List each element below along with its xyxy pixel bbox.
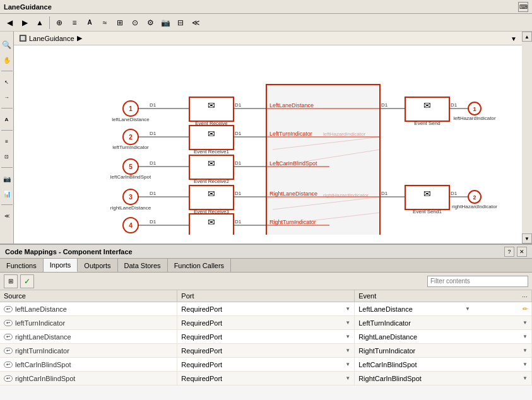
title-bar: LaneGuidance ⌨	[0, 0, 532, 14]
panel-close-button[interactable]: ✕	[517, 247, 527, 257]
source-cell-5: ↩ rightCarInBlindSpot	[0, 372, 177, 385]
panel-tabs: Functions Inports Outports Data Stores F…	[0, 259, 532, 273]
text-edit-icon[interactable]: A	[1, 114, 13, 125]
svg-text:5: 5	[129, 163, 133, 170]
camera-button[interactable]: 📷	[158, 16, 172, 30]
svg-text:Event Receive2: Event Receive2	[194, 179, 230, 184]
separator5	[1, 204, 13, 205]
svg-text:✉: ✉	[208, 217, 215, 227]
grid-button[interactable]: ⊞	[113, 16, 127, 30]
scroll-down-button[interactable]: ▼	[522, 233, 532, 244]
arrow-icon[interactable]: →	[1, 91, 13, 103]
table-header-row: Source Port Event …	[0, 290, 532, 302]
scroll-up-button[interactable]: ▲	[522, 32, 532, 42]
photo-icon[interactable]: 📷	[1, 173, 13, 184]
left-panel-icons: 🔍 ✋ ↖ → A ≡ ⊡ 📷 📊 ≪	[0, 34, 14, 226]
source-cell-3: ↩ rightTurnIndicator	[0, 344, 177, 358]
svg-text:✉: ✉	[208, 189, 215, 199]
svg-text:✉: ✉	[208, 129, 215, 139]
minus-button[interactable]: ⊟	[174, 16, 187, 30]
port-cell-2: RequiredPort ▼	[177, 330, 355, 344]
event-dropdown-3[interactable]: ▼	[523, 348, 528, 353]
svg-text:D1: D1	[235, 160, 242, 166]
port-dropdown-5[interactable]: ▼	[345, 375, 350, 381]
source-text-1: leftTurnIndicator	[15, 319, 65, 327]
grid-toolbar-button[interactable]: ⊞	[4, 274, 18, 288]
port-dropdown-4[interactable]: ▼	[345, 362, 350, 367]
panel-title: Code Mappings - Component Interface	[5, 248, 133, 256]
separator	[49, 16, 50, 29]
filter-input[interactable]	[427, 276, 528, 287]
port-dropdown-3[interactable]: ▼	[345, 348, 350, 353]
forward-button[interactable]: ▶	[18, 16, 32, 30]
up-button[interactable]: ▲	[33, 16, 47, 30]
event-dropdown-0[interactable]: ▼	[465, 306, 470, 312]
svg-text:Event Receive1: Event Receive1	[194, 149, 230, 155]
svg-text:D1: D1	[150, 191, 157, 196]
table-row: ↩ leftTurnIndicator RequiredPort ▼	[0, 316, 532, 330]
select-icon[interactable]: ↖	[1, 76, 13, 88]
main-container: ◀ ▶ ▲ ⊕ ≡ A ≈ ⊞ ⊙ ⚙ 📷 ⊟ ≪ 🔍 ✋ ↖ → A ≡	[0, 14, 532, 400]
table-body: ↩ leftLaneDistance RequiredPort ▼	[0, 302, 532, 385]
table-row: ↩ leftLaneDistance RequiredPort ▼	[0, 302, 532, 316]
event-dropdown-5[interactable]: ▼	[523, 375, 528, 381]
diagram-svg: LaneGuidanceAlgorithm 1 leftLaneDistance…	[14, 45, 522, 235]
tab-inports[interactable]: Inports	[44, 259, 78, 272]
svg-text:D1: D1	[150, 102, 157, 108]
target-button[interactable]: ⊙	[128, 16, 142, 30]
pan-icon[interactable]: ✋	[1, 54, 13, 66]
port-dropdown-1[interactable]: ▼	[345, 320, 350, 326]
breadcrumb-dropdown[interactable]: ▼	[511, 35, 517, 42]
chart-icon[interactable]: 📊	[1, 188, 13, 199]
event-dropdown-4[interactable]: ▼	[523, 362, 528, 367]
back-button[interactable]: ◀	[3, 16, 16, 30]
align-icon[interactable]: ≡	[1, 136, 13, 147]
menu-button[interactable]: ≡	[68, 16, 81, 30]
port-cell-5: RequiredPort ▼	[177, 372, 355, 385]
port-dropdown-0[interactable]: ▼	[345, 306, 350, 312]
wave-button[interactable]: ≈	[98, 16, 112, 30]
col-header-port: Port	[177, 290, 355, 302]
edit-icon-0[interactable]: ✏	[523, 305, 528, 312]
port-dropdown-2[interactable]: ▼	[345, 334, 350, 339]
source-text-0: leftLaneDistance	[15, 305, 67, 313]
breadcrumb-controls: ▼	[511, 35, 517, 42]
source-cell-2: ↩ rightLaneDistance	[0, 330, 177, 344]
event-cell-2: RightLaneDistance ▼	[355, 330, 532, 344]
table-row: ↩ rightCarInBlindSpot RequiredPort ▼	[0, 372, 532, 385]
tab-functions[interactable]: Functions	[0, 259, 44, 272]
source-text-5: rightCarInBlindSpot	[15, 375, 75, 382]
source-icon-3: ↩	[4, 348, 13, 354]
scroll-track[interactable]	[522, 42, 532, 233]
event-dropdown-2[interactable]: ▼	[523, 334, 528, 339]
search-icon[interactable]: 🔍	[1, 39, 13, 50]
bottom-panel: Code Mappings - Component Interface ? ✕ …	[0, 244, 532, 400]
tab-data-stores[interactable]: Data Stores	[118, 259, 168, 272]
panel-toolbar: ⊞ ✓	[0, 273, 532, 290]
svg-text:rightTurnIndicator: rightTurnIndicator	[111, 233, 151, 235]
tab-outports[interactable]: Outports	[78, 259, 117, 272]
settings-button[interactable]: ⚙	[143, 16, 157, 30]
table-row: ↩ rightTurnIndicator RequiredPort ▼	[0, 344, 532, 358]
source-cell-0: ↩ leftLaneDistance	[0, 302, 177, 316]
source-cell-1: ↩ leftTurnIndicator	[0, 316, 177, 330]
tab-function-callers[interactable]: Function Callers	[168, 259, 231, 272]
expand-left-icon[interactable]: ≪	[1, 210, 13, 221]
svg-text:✉: ✉	[423, 189, 431, 199]
source-text-2: rightLaneDistance	[15, 333, 71, 341]
panel-help-button[interactable]: ?	[504, 247, 514, 257]
output-label-2: LeftTurnIndicator	[269, 131, 312, 137]
text-button[interactable]: A	[83, 16, 97, 30]
check-toolbar-button[interactable]: ✓	[20, 274, 34, 288]
breadcrumb-text: LaneGuidance	[29, 35, 74, 42]
distribute-icon[interactable]: ⊡	[1, 151, 13, 162]
right-scrollbar[interactable]: ▲ ▼	[522, 32, 532, 244]
breadcrumb-icon: 🔲	[19, 35, 27, 42]
zoom-fit-button[interactable]: ⊕	[52, 16, 66, 30]
svg-text:leftCarInBlindSpot: leftCarInBlindSpot	[110, 174, 151, 180]
expand-button[interactable]: ≪	[189, 16, 203, 30]
svg-text:D1: D1	[235, 102, 242, 108]
col-options[interactable]: …	[522, 292, 528, 298]
keyboard-icon: ⌨	[518, 2, 528, 12]
event-dropdown-1[interactable]: ▼	[523, 320, 528, 326]
